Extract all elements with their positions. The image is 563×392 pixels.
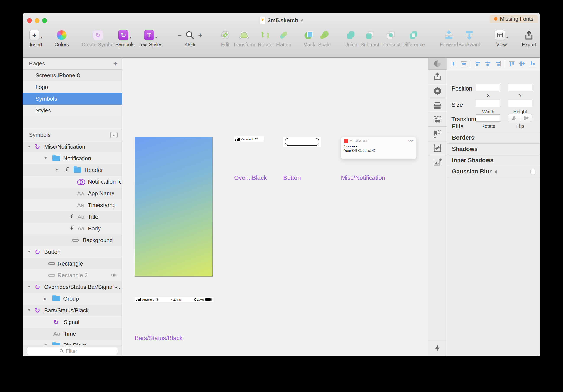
align-top-icon[interactable]: [508, 60, 516, 67]
collapse-all-button[interactable]: ▲: [110, 132, 118, 138]
layer-row-symbol-master[interactable]: ▼ ↻ Misc/Notification: [23, 141, 122, 153]
toolbar-flatten: Flatten: [276, 29, 291, 48]
layer-row-symbol-master[interactable]: ▼ ↻ Button: [23, 246, 122, 258]
pie-c-icon: [433, 59, 442, 68]
artboard-overrides-status-bar[interactable]: Auenland: [234, 136, 264, 142]
page-item-logo[interactable]: Logo: [23, 81, 122, 93]
layer-row-symbol-instance[interactable]: Notification Icon: [23, 176, 122, 188]
layer-row-group[interactable]: ▼ Notification: [23, 153, 122, 164]
layer-row-text[interactable]: Aa Timestamp: [23, 199, 122, 211]
artboard-label-misc-notification[interactable]: Misc/Notification: [341, 174, 385, 181]
artboard-label-button[interactable]: Button: [283, 174, 301, 181]
geometry-section: Position X Y Size Width Height Transform…: [447, 70, 540, 121]
settings-panel-button[interactable]: [428, 84, 447, 98]
missing-fonts-badge[interactable]: Missing Fonts: [490, 15, 538, 23]
toolbar-view[interactable]: ▾ View: [495, 29, 508, 48]
card-layout-panel-button[interactable]: [428, 112, 447, 127]
toolbar-export[interactable]: Export: [522, 29, 536, 48]
layer-row-symbol-master[interactable]: ▼ ↻ Bars/Status/Black: [23, 304, 122, 316]
layer-row-group[interactable]: ▶ Group: [23, 293, 122, 304]
layer-row-text[interactable]: Aa Body: [23, 223, 122, 234]
edit-frame-panel-button[interactable]: [428, 141, 447, 155]
page-item-styles[interactable]: Styles: [23, 105, 122, 116]
notification-body: Your QR Code is: 42: [344, 149, 413, 153]
layers-panel-button[interactable]: [428, 98, 447, 112]
layer-row-group[interactable]: ▼ Header: [23, 164, 122, 176]
align-vertical-middle-icon[interactable]: [519, 60, 526, 67]
fullscreen-button[interactable]: [42, 18, 47, 23]
battery-icon: [205, 298, 212, 301]
disclosure-down-icon[interactable]: ▼: [27, 308, 31, 313]
inner-shadows-section-header[interactable]: Inner Shadows: [447, 155, 540, 166]
disclosure-down-icon[interactable]: ▼: [55, 168, 59, 172]
artboard-label-over-black[interactable]: Over...Black: [234, 174, 267, 181]
selection-panel-button[interactable]: [428, 127, 447, 141]
filter-field[interactable]: [27, 347, 118, 355]
size-height-input[interactable]: [508, 100, 532, 107]
zoom-out-button[interactable]: −: [177, 31, 182, 39]
layer-row-text[interactable]: Aa Time: [23, 328, 122, 340]
borders-section-header[interactable]: Borders: [447, 132, 540, 144]
artboard-label-bars-status-black[interactable]: Bars/Status/Black: [135, 335, 182, 341]
toolbar-symbols[interactable]: ↻▾ Symbols: [115, 29, 134, 48]
disclosure-down-icon[interactable]: ▼: [27, 285, 31, 289]
disclosure-down-icon[interactable]: ▼: [27, 250, 31, 254]
window-title[interactable]: 3m5.sketch ∨: [260, 17, 303, 24]
layer-row-text[interactable]: Aa Title: [23, 211, 122, 223]
bluetooth-icon: [193, 298, 196, 301]
document-title: 3m5.sketch: [268, 17, 298, 24]
text-layer-icon: Aa: [77, 202, 84, 209]
filter-input[interactable]: [66, 348, 85, 354]
carrier-label: Auenland: [142, 298, 154, 301]
text-layer-icon: Aa: [77, 214, 84, 220]
layer-row-shape[interactable]: Background: [23, 234, 122, 246]
layer-row-symbol-instance[interactable]: ↻ Signal: [23, 316, 122, 328]
page-item-symbols[interactable]: Symbols: [23, 93, 122, 105]
size-width-input[interactable]: [476, 100, 500, 107]
blur-type-stepper-icon[interactable]: ▲▼: [495, 169, 498, 174]
disclosure-down-icon[interactable]: ▼: [44, 156, 47, 160]
rectangle-shape-icon: [48, 262, 55, 265]
align-left-icon[interactable]: [474, 60, 481, 67]
artboard-bg-gradient[interactable]: [135, 137, 213, 276]
gaussian-blur-checkbox[interactable]: [530, 169, 536, 174]
add-page-button[interactable]: +: [113, 59, 118, 68]
gaussian-blur-section-header[interactable]: Gaussian Blur ▲▼: [447, 166, 540, 177]
layer-row-shape[interactable]: Rectangle: [23, 258, 122, 269]
shadows-section-header[interactable]: Shadows: [447, 144, 540, 155]
align-right-icon[interactable]: [495, 60, 502, 67]
align-horizontal-center-icon[interactable]: [484, 60, 492, 67]
toolbar-colors[interactable]: Colors: [55, 29, 69, 48]
toolbar-text-styles[interactable]: T▾ Text Styles: [138, 29, 162, 48]
layer-row-shape-hidden[interactable]: Rectangle 2: [23, 269, 122, 281]
plus-icon: +: [29, 30, 39, 40]
close-button[interactable]: [27, 18, 32, 23]
layer-row-symbol-master[interactable]: ▼ ↻ Overrides/Status Bar/Signal -...: [23, 281, 122, 293]
add-image-panel-button[interactable]: [428, 155, 447, 170]
artboard-button[interactable]: [283, 137, 321, 147]
eye-visibility-icon[interactable]: [111, 272, 117, 279]
zoom-in-button[interactable]: +: [198, 31, 203, 39]
canvas[interactable]: BG Over...Black Auenland Button Misc/Not…: [122, 58, 428, 356]
toolbar-insert[interactable]: +▾ Insert: [29, 29, 42, 48]
layer-row-text[interactable]: Aa App Name: [23, 188, 122, 199]
components-tab[interactable]: [428, 58, 447, 69]
pages-list: Screens iPhone 8 Logo Symbols Styles: [23, 69, 122, 116]
toolbar-zoom[interactable]: − + 48%: [177, 29, 203, 48]
share-panel-button[interactable]: [428, 69, 447, 84]
distribute-vertically-icon[interactable]: [460, 60, 468, 67]
rotate-input[interactable]: [476, 114, 500, 122]
position-x-input[interactable]: [476, 84, 500, 91]
distribute-horizontally-icon[interactable]: [450, 60, 457, 67]
flip-horizontal-button[interactable]: [508, 114, 520, 122]
artboard-status-bar[interactable]: Auenland 4:20 PM 100%: [135, 297, 213, 302]
align-bottom-icon[interactable]: [529, 60, 536, 67]
page-item-screens-iphone-8[interactable]: Screens iPhone 8: [23, 69, 122, 81]
position-y-input[interactable]: [508, 84, 532, 91]
prototyping-button[interactable]: [428, 340, 447, 356]
minimize-button[interactable]: [35, 18, 39, 23]
disclosure-right-icon[interactable]: ▶: [44, 297, 47, 301]
artboard-notification-card[interactable]: MESSAGES now Success Your QR Code is: 42: [341, 137, 416, 159]
disclosure-down-icon[interactable]: ▼: [27, 144, 31, 149]
flip-vertical-button[interactable]: [520, 114, 532, 122]
